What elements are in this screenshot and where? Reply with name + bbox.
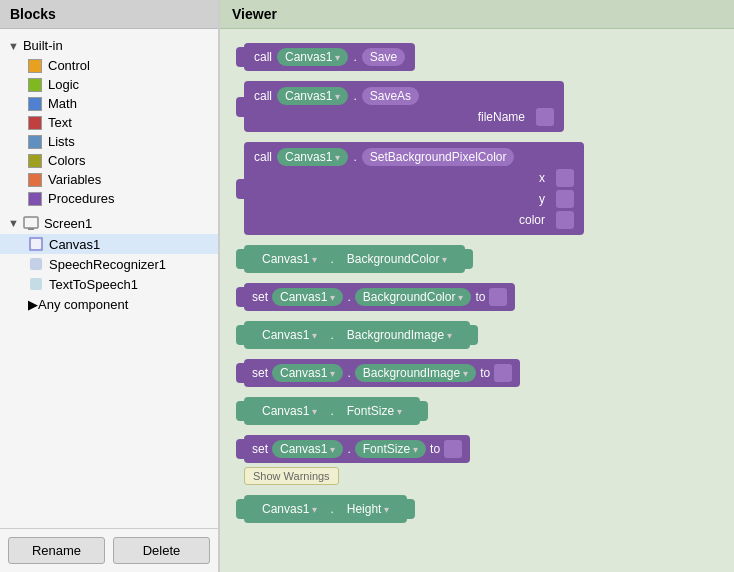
block-get-bgcolor: Canvas1 ▾ . BackgroundColor ▾: [236, 245, 718, 273]
sidebar-item-text[interactable]: Text: [0, 113, 218, 132]
block-call-saveas-body[interactable]: call Canvas1 ▾ . SaveAs fileName: [244, 81, 564, 132]
svg-rect-0: [24, 217, 38, 228]
backgroundimage-set-pill[interactable]: BackgroundImage ▾: [355, 364, 476, 382]
canvas1-pill-height[interactable]: Canvas1 ▾: [254, 500, 325, 518]
call-label: call: [254, 50, 272, 64]
procedures-color-box: [28, 192, 42, 206]
x-label: x: [254, 171, 551, 185]
set-fontsize-group: set Canvas1 ▾ . FontSize ▾ to Show Warni…: [236, 435, 718, 485]
block-set-bgimage-body[interactable]: set Canvas1 ▾ . BackgroundImage ▾ to: [244, 359, 520, 387]
block-get-bgimage-body[interactable]: Canvas1 ▾ . BackgroundImage ▾: [244, 321, 470, 349]
text-color-box: [28, 116, 42, 130]
fontsize-pill[interactable]: FontSize ▾: [339, 402, 410, 420]
block-set-fontsize-body[interactable]: set Canvas1 ▾ . FontSize ▾ to: [244, 435, 470, 463]
method-dot: .: [353, 50, 356, 64]
canvas1-pill-saveas[interactable]: Canvas1 ▾: [277, 87, 348, 105]
sidebar-item-texttospeech1[interactable]: TextToSpeech1: [0, 274, 218, 294]
setbg-header-row: call Canvas1 ▾ . SetBackgroundPixelColor: [254, 148, 574, 166]
math-color-box: [28, 97, 42, 111]
blocks-header: Blocks: [0, 0, 218, 29]
saveas-header-row: call Canvas1 ▾ . SaveAs: [254, 87, 554, 105]
prop-dot-fontsize: .: [330, 404, 333, 418]
sidebar-item-logic[interactable]: Logic: [0, 75, 218, 94]
any-component-label: Any component: [38, 297, 128, 312]
prop-dot-set-fontsize: .: [347, 442, 350, 456]
right-connector-bgcolor: [463, 249, 473, 269]
viewer-panel: Viewer call Canvas1 ▾ . Save call Canvas…: [220, 0, 734, 572]
y-socket: [556, 190, 574, 208]
screen1-section[interactable]: ▼ Screen1: [0, 212, 218, 234]
sidebar-item-control[interactable]: Control: [0, 56, 218, 75]
height-pill[interactable]: Height ▾: [339, 500, 398, 518]
saveas-param-row: fileName: [254, 108, 554, 126]
set-label-bgimage: set: [252, 366, 268, 380]
filename-label: fileName: [254, 110, 531, 124]
x-socket: [556, 169, 574, 187]
block-call-setbgpixel-body[interactable]: call Canvas1 ▾ . SetBackgroundPixelColor…: [244, 142, 584, 235]
show-warnings-button[interactable]: Show Warnings: [244, 467, 339, 485]
prop-dot-set-bgimage: .: [347, 366, 350, 380]
block-set-fontsize: set Canvas1 ▾ . FontSize ▾ to: [236, 435, 718, 463]
backgroundimage-pill[interactable]: BackgroundImage ▾: [339, 326, 460, 344]
save-method-pill[interactable]: Save: [362, 48, 405, 66]
canvas1-pill-set-fontsize[interactable]: Canvas1 ▾: [272, 440, 343, 458]
fontsize-set-pill[interactable]: FontSize ▾: [355, 440, 426, 458]
to-label-bgimage: to: [480, 366, 490, 380]
any-collapse-icon: ▶: [28, 297, 38, 312]
screen-collapse-icon: ▼: [8, 217, 19, 229]
block-get-height-body[interactable]: Canvas1 ▾ . Height ▾: [244, 495, 407, 523]
screen-section: ▼ Screen1 Canvas1 SpeechRecognizer1: [0, 212, 218, 294]
svg-rect-5: [30, 278, 42, 290]
canvas1-pill-bgcolor[interactable]: Canvas1 ▾: [254, 250, 325, 268]
saveas-method-pill[interactable]: SaveAs: [362, 87, 419, 105]
viewer-content[interactable]: call Canvas1 ▾ . Save call Canvas1 ▾ . S…: [220, 29, 734, 572]
block-set-bgcolor-body[interactable]: set Canvas1 ▾ . BackgroundColor ▾ to: [244, 283, 515, 311]
sidebar-item-math[interactable]: Math: [0, 94, 218, 113]
canvas1-pill-fontsize[interactable]: Canvas1 ▾: [254, 402, 325, 420]
block-set-bgcolor: set Canvas1 ▾ . BackgroundColor ▾ to: [236, 283, 718, 311]
sidebar-item-colors[interactable]: Colors: [0, 151, 218, 170]
logic-label: Logic: [48, 77, 79, 92]
canvas1-pill-save[interactable]: Canvas1 ▾: [277, 48, 348, 66]
bgcolor-to-socket: [489, 288, 507, 306]
to-label-fontsize: to: [430, 442, 440, 456]
block-call-save-body[interactable]: call Canvas1 ▾ . Save: [244, 43, 415, 71]
canvas1-pill-set-bgimage[interactable]: Canvas1 ▾: [272, 364, 343, 382]
colors-label: Colors: [48, 153, 86, 168]
screen-label: Screen1: [44, 216, 92, 231]
delete-button[interactable]: Delete: [113, 537, 210, 564]
builtin-section[interactable]: ▼ Built-in: [0, 35, 218, 56]
any-component-section[interactable]: ▶ Any component: [0, 294, 218, 315]
prop-dot-bgimage: .: [330, 328, 333, 342]
setbgpixel-method-pill[interactable]: SetBackgroundPixelColor: [362, 148, 515, 166]
filename-socket: [536, 108, 554, 126]
canvas1-pill-bgimage[interactable]: Canvas1 ▾: [254, 326, 325, 344]
sidebar-item-variables[interactable]: Variables: [0, 170, 218, 189]
sidebar-item-lists[interactable]: Lists: [0, 132, 218, 151]
texttospeech1-label: TextToSpeech1: [49, 277, 138, 292]
backgroundcolor-set-pill[interactable]: BackgroundColor ▾: [355, 288, 472, 306]
collapse-icon: ▼: [8, 40, 19, 52]
sidebar-item-procedures[interactable]: Procedures: [0, 189, 218, 208]
block-get-bgcolor-body[interactable]: Canvas1 ▾ . BackgroundColor ▾: [244, 245, 465, 273]
canvas1-pill-set-bgcolor[interactable]: Canvas1 ▾: [272, 288, 343, 306]
rename-button[interactable]: Rename: [8, 537, 105, 564]
variables-label: Variables: [48, 172, 101, 187]
backgroundcolor-pill[interactable]: BackgroundColor ▾: [339, 250, 456, 268]
block-call-setbgpixel: call Canvas1 ▾ . SetBackgroundPixelColor…: [236, 142, 718, 235]
control-color-box: [28, 59, 42, 73]
to-label-bgcolor: to: [475, 290, 485, 304]
canvas1-pill-setbg[interactable]: Canvas1 ▾: [277, 148, 348, 166]
method-dot-saveas: .: [353, 89, 356, 103]
setbg-color-row: color: [254, 211, 574, 229]
sidebar-item-canvas1[interactable]: Canvas1: [0, 234, 218, 254]
viewer-header: Viewer: [220, 0, 734, 29]
sidebar-item-speechrecognizer1[interactable]: SpeechRecognizer1: [0, 254, 218, 274]
block-set-bgimage: set Canvas1 ▾ . BackgroundImage ▾ to: [236, 359, 718, 387]
blocks-tree: ▼ Built-in Control Logic Math Text Lists…: [0, 29, 218, 528]
control-label: Control: [48, 58, 90, 73]
bgimage-to-socket: [494, 364, 512, 382]
block-get-fontsize-body[interactable]: Canvas1 ▾ . FontSize ▾: [244, 397, 420, 425]
block-get-bgimage: Canvas1 ▾ . BackgroundImage ▾: [236, 321, 718, 349]
call-label-saveas: call: [254, 89, 272, 103]
